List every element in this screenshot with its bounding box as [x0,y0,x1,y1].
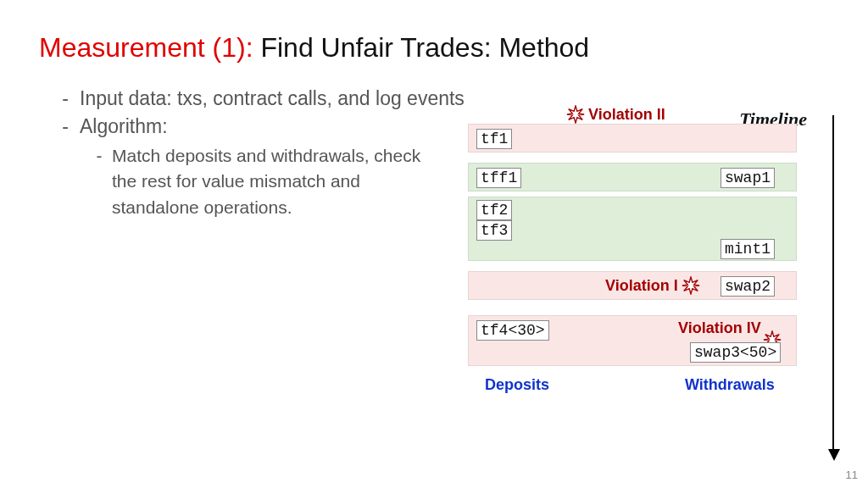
violation-ii-label: Violation II [566,105,665,124]
bullet-text: Match deposits and withdrawals, check th… [112,143,434,220]
sub-list: - Match deposits and withdrawals, check … [86,143,465,220]
code-box-tf3: tf3 [476,220,512,241]
code-box-mint1: mint1 [721,239,775,259]
timeline-diagram: Timeline Violation II tf1 tff1 swap1 tf2… [468,108,841,461]
list-item: - Match deposits and withdrawals, check … [86,143,465,220]
violation-iv-label: Violation IV [678,319,783,337]
violation-text: Violation IV [678,319,761,337]
svg-marker-0 [567,106,584,123]
title-rest: Find Unfair Trades: Method [260,32,589,63]
starburst-icon [566,105,585,124]
code-box-tf1: tf1 [476,129,512,149]
bullet-text: Algorithm: [80,113,168,141]
code-box-tff1: tff1 [476,168,521,188]
violation-i-label: Violation I [605,276,700,295]
band-violation-row [468,124,797,152]
bullet-text: Input data: txs, contract calls, and log… [80,85,465,113]
code-box-tf4: tf4<30> [476,320,549,341]
code-box-swap3: swap3<50> [690,342,781,363]
withdrawals-label: Withdrawals [685,376,775,394]
starburst-icon [682,276,700,295]
slide-title: Measurement (1): Find Unfair Trades: Met… [39,32,589,64]
code-box-tf2: tf2 [476,200,512,220]
violation-text: Violation II [588,106,665,124]
bullet-dash: - [51,113,80,141]
code-box-swap2: swap2 [721,276,775,297]
code-box-swap1: swap1 [721,168,775,188]
page-number: 11 [846,469,858,481]
list-item: - Algorithm: [51,113,465,141]
deposits-label: Deposits [485,376,549,394]
list-item: - Input data: txs, contract calls, and l… [51,85,465,113]
bullet-dash: - [51,85,80,113]
violation-text: Violation I [605,277,678,295]
timeline-arrow-line [832,115,834,454]
title-prefix: Measurement (1): [39,32,260,63]
svg-marker-1 [682,277,699,294]
timeline-arrow-head-icon [828,449,840,461]
bullet-dash: - [86,143,112,220]
bullet-list: - Input data: txs, contract calls, and l… [51,85,465,220]
